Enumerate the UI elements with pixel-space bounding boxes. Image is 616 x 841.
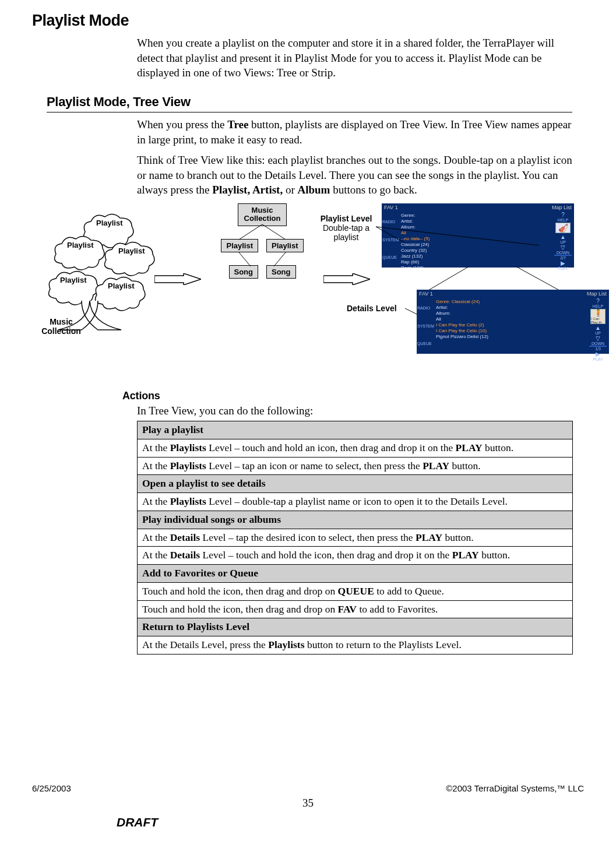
table-header: Play individual songs or albums xyxy=(138,511,573,529)
tree-view-p2: Think of Tree View like this: each playl… xyxy=(137,153,580,198)
tree-node-playlist: Playlist xyxy=(221,239,258,252)
svg-line-1 xyxy=(239,224,262,240)
caption-playlist-level: Playlist Level Double-tap aplaylist xyxy=(314,214,378,242)
up-icon: ▲ xyxy=(560,234,566,240)
list-item: Rock (188) xyxy=(401,265,550,268)
screenshot-top-left: FAV 1 xyxy=(384,205,398,210)
tree-view-p1: When you press the Tree button, playlist… xyxy=(137,117,580,147)
cloud-label-playlist: Playlist xyxy=(60,276,87,284)
thumbnail-icon: 🎻 xyxy=(555,223,571,233)
footer-copyright: ©2003 TerraDigital Systems,™ LLC xyxy=(446,783,584,793)
text-fragment: or xyxy=(283,184,297,196)
text-bold: Tree xyxy=(227,118,248,131)
table-header: Play a playlist xyxy=(138,421,573,439)
list-item: --no data-- (5) xyxy=(401,236,550,242)
actions-table: Play a playlistAt the Playlists Level – … xyxy=(137,421,573,654)
thumbnail-text: I Can Play th xyxy=(591,317,605,324)
section-body: When you press the Tree button, playlist… xyxy=(137,117,580,198)
list-item: RADIO xyxy=(382,220,399,224)
table-header: Return to Playlists Level xyxy=(138,618,573,636)
list-item: QUEUE xyxy=(417,342,434,346)
svg-line-3 xyxy=(239,252,251,266)
list-item: I Can Play the Cello (10) xyxy=(436,328,585,334)
arrow-icon xyxy=(323,273,370,285)
cloud-label-playlist: Playlist xyxy=(96,219,123,227)
caption-title: Playlist Level xyxy=(321,214,372,223)
tree-structure: MusicCollection Playlist Playlist Song S… xyxy=(204,203,321,279)
list-item: All xyxy=(436,316,585,322)
svg-line-2 xyxy=(262,224,286,240)
table-row: Touch and hold the icon, then drag and d… xyxy=(138,582,573,600)
screenshot-topbar: FAV 1 Map List xyxy=(417,290,609,298)
svg-line-4 xyxy=(274,252,286,266)
list-item: Classical (24) xyxy=(401,242,550,248)
list-item: Genre: xyxy=(401,213,550,219)
screenshot-mid-col: Genre: Artist: Album: All --no data-- (5… xyxy=(399,212,552,268)
list-item: Artist: xyxy=(436,305,585,311)
screenshot-right-col: ? HELP 🧍 I Can Play th ▲ UP ▽ DOWN 1/3 ▶… xyxy=(587,298,609,354)
screenshot-right-col: ? HELP 🎻 ▲ UP ▽ DOWN 2/7 ▶ PLAY xyxy=(552,212,574,268)
screenshot-topbar: FAV 1 Map List xyxy=(382,203,574,212)
list-item: Country (32) xyxy=(401,248,550,254)
section-rule xyxy=(47,112,572,112)
list-item: Pignot Pizzaro Delisi (12) xyxy=(436,334,585,340)
list-item: Album: xyxy=(436,311,585,316)
label: DOWN xyxy=(592,342,604,346)
actions-heading-wrap: Actions xyxy=(122,390,584,402)
section-tree-view: Playlist Mode, Tree View xyxy=(47,94,584,112)
tree-root-music-collection: MusicCollection xyxy=(238,203,287,226)
label: DOWN xyxy=(557,251,569,255)
table-row: At the Details Level – touch and hold th… xyxy=(138,547,573,565)
svg-line-9 xyxy=(516,266,562,292)
thumbnail-icon: 🧍 I Can Play th xyxy=(590,309,606,324)
svg-line-8 xyxy=(425,266,469,292)
up-icon: ▲ xyxy=(595,325,601,331)
screenshot-left-col: RADIO SYSTEM QUEUE xyxy=(417,298,434,354)
label: HELP xyxy=(558,218,568,222)
text-fragment: When you press the xyxy=(137,118,227,131)
help-icon: ? xyxy=(596,298,600,304)
table-row: Touch and hold the icon, then drag and d… xyxy=(138,600,573,618)
label: HELP xyxy=(593,304,603,308)
down-icon: ▽ xyxy=(596,335,600,342)
play-icon: ▶ xyxy=(561,260,565,266)
table-row: At the Playlists Level – tap an icon or … xyxy=(138,457,573,475)
list-item: Rap (66) xyxy=(401,259,550,265)
actions-intro: In Tree View, you can do the following: xyxy=(137,404,580,417)
list-item: QUEUE xyxy=(382,255,399,259)
arrow-icon xyxy=(154,273,201,285)
text-bold: Album xyxy=(297,184,330,196)
screenshot-mid-col: Genre: Classical (24) Artist: Album: All… xyxy=(434,298,587,354)
list-item: RADIO xyxy=(417,306,434,310)
screenshot-left-col: RADIO SYSTEM QUEUE xyxy=(382,212,399,268)
actions-heading: Actions xyxy=(122,390,584,402)
page-footer: 6/25/2003 ©2003 TerraDigital Systems,™ L… xyxy=(32,783,584,829)
label: PLAY xyxy=(558,266,568,270)
play-icon: ▶ xyxy=(596,351,600,357)
table-row: At the Playlists Level – touch and hold … xyxy=(138,439,573,457)
list-item: I Can Play the Cello (2) xyxy=(436,322,585,328)
section-heading: Playlist Mode, Tree View xyxy=(47,94,191,110)
table-header: Add to Favorites or Queue xyxy=(138,565,573,583)
tree-node-song: Song xyxy=(266,265,296,279)
caption-details-level: Details Level xyxy=(347,304,397,313)
list-item: SYSTEM xyxy=(382,238,399,242)
progress-text: 1/3 xyxy=(595,347,601,351)
table-row: At the Details Level, press the Playlist… xyxy=(138,636,573,654)
music-collection-label: MusicCollection xyxy=(38,318,85,336)
text-fragment: buttons to go back. xyxy=(330,184,417,196)
list-item: SYSTEM xyxy=(417,324,434,328)
screenshot-details-level: FAV 1 Map List RADIO SYSTEM QUEUE Genre:… xyxy=(417,290,609,354)
table-header: Open a playlist to see details xyxy=(138,475,573,493)
screenshot-top-left: FAV 1 xyxy=(419,291,433,297)
caption-sub: Double-tap aplaylist xyxy=(314,223,378,242)
list-item: Jazz (132) xyxy=(401,254,550,259)
cloud-label-playlist: Playlist xyxy=(108,281,135,290)
footer-page-number: 35 xyxy=(32,797,584,810)
tree-view-diagram: Playlist Playlist Playlist Playlist Play… xyxy=(32,203,592,372)
list-item: Genre: Classical (24) xyxy=(436,299,585,305)
screenshot-playlist-level: FAV 1 Map List RADIO SYSTEM QUEUE Genre:… xyxy=(382,203,574,268)
svg-marker-0 xyxy=(154,273,201,285)
list-item: Album: xyxy=(401,224,550,230)
down-icon: ▽ xyxy=(561,244,565,251)
